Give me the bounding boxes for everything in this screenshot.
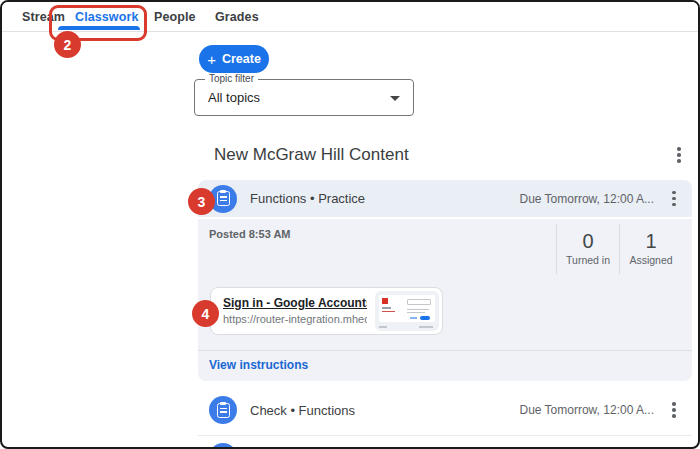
panel-divider — [198, 350, 692, 351]
thumb-text-line — [382, 311, 395, 313]
assignment-row-check-functions[interactable]: Check • Functions Due Tomorrow, 12:00 A.… — [198, 392, 692, 428]
assignment-icon — [209, 396, 237, 424]
row-divider — [198, 435, 692, 436]
topic-kebab-menu-icon[interactable] — [666, 142, 692, 168]
assignment-card-functions-practice: Functions • Practice Due Tomorrow, 12:00… — [198, 180, 692, 381]
posted-timestamp: Posted 8:53 AM — [209, 228, 291, 240]
link-attachment-card[interactable]: Sign in - Google Accounts https://router… — [210, 287, 443, 335]
thumb-text-line — [407, 309, 429, 311]
topic-title: New McGraw Hill Content — [214, 145, 409, 165]
thumb-text-line — [382, 307, 391, 309]
link-attachment-text: Sign in - Google Accounts https://router… — [211, 296, 375, 325]
thumb-input-shape — [407, 299, 431, 305]
link-preview-thumbnail — [375, 291, 439, 331]
thumb-footer-line — [379, 326, 387, 328]
plus-icon: + — [207, 52, 216, 67]
kebab-dots-icon — [672, 402, 676, 418]
create-button-label: Create — [222, 52, 261, 66]
assignment-due-date: Due Tomorrow, 12:00 A... — [519, 192, 654, 206]
topic-filter-value: All topics — [208, 80, 260, 115]
classroom-window: Stream Classwork People Grades 2 + Creat… — [0, 0, 700, 449]
assignment-title: Check • Functions — [250, 403, 355, 418]
assignment-row-header[interactable]: Functions • Practice Due Tomorrow, 12:00… — [198, 180, 692, 217]
thumb-footer-line — [419, 326, 433, 328]
assignment-kebab-menu-icon[interactable] — [661, 186, 687, 212]
assigned-label: Assigned — [629, 254, 672, 266]
thumb-text-line — [407, 312, 425, 314]
kebab-dots-icon — [672, 191, 676, 207]
thumb-logo-shape — [382, 298, 388, 304]
chevron-down-icon — [390, 96, 400, 101]
thumb-link-line — [410, 317, 417, 319]
link-attachment-url: https://router-integration.mheduca — [223, 313, 367, 325]
clipboard-icon — [217, 403, 230, 418]
tab-grades[interactable]: Grades — [215, 2, 259, 31]
turned-in-label: Turned in — [566, 254, 610, 266]
tab-bar: Stream Classwork People Grades — [2, 2, 698, 32]
turned-in-count: 0 — [582, 231, 593, 251]
create-button[interactable]: + Create — [199, 45, 269, 73]
kebab-dots-icon — [677, 147, 681, 163]
assignment-kebab-menu-icon[interactable] — [661, 397, 687, 423]
thumb-button-shape — [420, 316, 430, 321]
assigned-count: 1 — [645, 231, 656, 251]
annotation-step-4-badge: 4 — [192, 300, 219, 327]
clipboard-icon — [217, 191, 230, 206]
assignment-icon-partial — [209, 443, 237, 449]
assignment-details-panel: Posted 8:53 AM 0 Turned in 1 Assigned Si… — [198, 219, 692, 381]
assignment-title: Functions • Practice — [250, 191, 365, 206]
tab-people[interactable]: People — [154, 2, 196, 31]
annotation-step-2-badge: 2 — [54, 31, 81, 58]
active-tab-indicator — [58, 26, 140, 30]
assignment-due-date: Due Tomorrow, 12:00 A... — [519, 403, 654, 417]
link-attachment-title[interactable]: Sign in - Google Accounts — [223, 296, 367, 310]
submission-stats: 0 Turned in 1 Assigned — [556, 224, 682, 274]
stat-turned-in[interactable]: 0 Turned in — [556, 224, 619, 274]
topic-header: New McGraw Hill Content — [214, 141, 692, 169]
annotation-step-3-badge: 3 — [188, 188, 215, 215]
stat-assigned[interactable]: 1 Assigned — [619, 224, 682, 274]
topic-filter-select[interactable]: Topic filter All topics — [194, 79, 414, 116]
view-instructions-link[interactable]: View instructions — [209, 358, 308, 372]
